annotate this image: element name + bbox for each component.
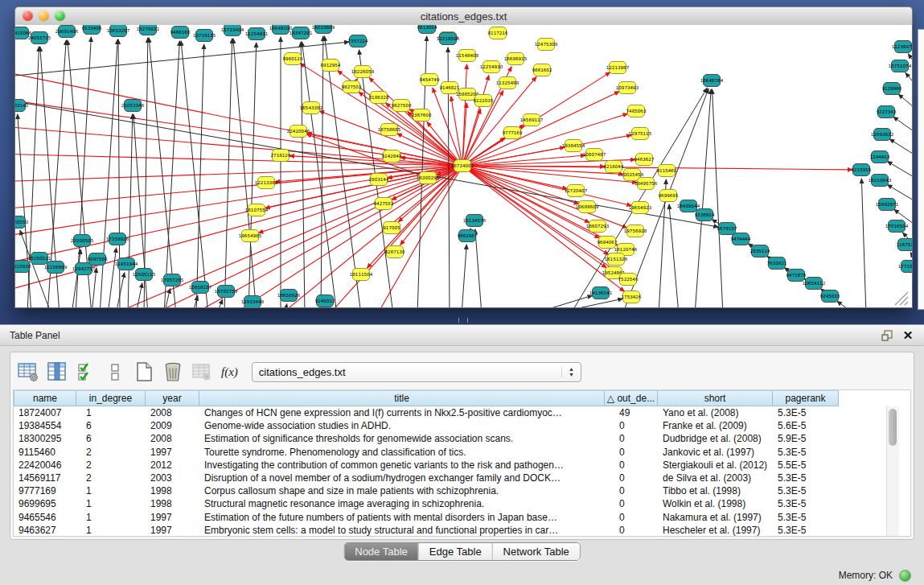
- graph-node[interactable]: 9777169: [503, 127, 523, 139]
- graph-node[interactable]: 9427552: [374, 198, 394, 210]
- graph-node[interactable]: 19756928: [624, 225, 647, 237]
- table-row[interactable]: 1872400712008Changes of HCN gene express…: [14, 406, 910, 419]
- graph-node[interactable]: 9242848: [382, 150, 402, 163]
- graph-node[interactable]: 21053346: [121, 100, 145, 112]
- graph-node[interactable]: 12213987: [606, 62, 630, 74]
- network-view-canvas[interactable]: 1872400789601288912954182260589827503165…: [14, 25, 913, 308]
- graph-node[interactable]: 11548408: [456, 50, 479, 62]
- graph-node[interactable]: 8813054: [417, 25, 437, 34]
- delete-table-button-disabled[interactable]: [191, 361, 212, 383]
- graph-node[interactable]: 9827503: [342, 81, 362, 93]
- table-vertical-scrollbar[interactable]: [886, 406, 899, 536]
- column-header-title[interactable]: title: [199, 390, 605, 406]
- graph-node[interactable]: 25260550: [15, 216, 29, 229]
- graph-node[interactable]: 10688609: [576, 201, 599, 213]
- graph-node[interactable]: 9699695: [659, 190, 679, 202]
- graph-node[interactable]: 2367608: [412, 109, 432, 122]
- function-builder-button[interactable]: f(x): [220, 365, 240, 379]
- graph-node[interactable]: 917005: [383, 222, 400, 234]
- unselect-all-button[interactable]: [104, 361, 125, 383]
- graph-node[interactable]: 6216044: [604, 161, 624, 173]
- graph-node[interactable]: 7357224: [348, 35, 368, 47]
- graph-node[interactable]: 9827508: [392, 100, 412, 112]
- graph-node[interactable]: 10973493: [616, 82, 639, 94]
- graph-node[interactable]: 9245012: [315, 295, 335, 307]
- graph-node[interactable]: 12254930: [480, 61, 503, 73]
- graph-node[interactable]: 8471676: [786, 270, 807, 282]
- table-row[interactable]: 2242004622012Investigating the contribut…: [14, 459, 910, 472]
- table-header-row[interactable]: namein_degreeyeartitle△ out_de...shortpa…: [14, 390, 910, 406]
- graph-node[interactable]: 11156869: [44, 262, 68, 274]
- graph-node[interactable]: 9227343: [877, 106, 897, 118]
- table-row[interactable]: 977716911998Corpus callosum shape and si…: [14, 484, 910, 497]
- graph-node[interactable]: 15992971: [876, 199, 899, 211]
- tab-node-table[interactable]: Node Table: [344, 543, 418, 560]
- graph-node[interactable]: 12218506: [437, 33, 460, 45]
- graph-node[interactable]: 12923448: [241, 296, 265, 308]
- graph-node[interactable]: 7632621: [767, 257, 787, 270]
- select-all-button[interactable]: [75, 361, 97, 383]
- graph-node[interactable]: 12475309: [535, 39, 558, 51]
- table-row[interactable]: 969969511998Structural magnetic resonanc…: [14, 497, 910, 510]
- table-row[interactable]: 946554611997Estimation of the future num…: [14, 511, 910, 524]
- graph-node[interactable]: 18226058: [351, 66, 375, 78]
- table-row[interactable]: 1938455462009Genome-wide association stu…: [14, 419, 910, 432]
- table-mode-button[interactable]: [17, 361, 39, 383]
- column-header-short[interactable]: short: [658, 390, 773, 406]
- table-row[interactable]: 1456911722003Disruption of a novel membe…: [14, 472, 910, 484]
- graph-node[interactable]: 8960128: [283, 53, 303, 65]
- graph-node[interactable]: 8117216: [488, 27, 508, 39]
- graph-node[interactable]: 1244413: [870, 151, 890, 163]
- graph-node[interactable]: 9245033: [820, 290, 840, 303]
- graph-node[interactable]: 11254931: [245, 28, 269, 40]
- graph-node[interactable]: 9466160: [170, 27, 191, 39]
- delete-column-trash-button[interactable]: [162, 361, 183, 383]
- new-column-button[interactable]: [133, 361, 154, 383]
- graph-node[interactable]: 11451944: [115, 258, 138, 270]
- column-header-year[interactable]: year: [146, 390, 199, 406]
- graph-node[interactable]: 19654985: [239, 230, 262, 242]
- graph-node[interactable]: 16151326: [605, 253, 628, 266]
- graph-node[interactable]: 9861602: [532, 64, 552, 76]
- graph-node[interactable]: 20533140: [15, 100, 29, 112]
- graph-node[interactable]: 16648784: [700, 75, 724, 87]
- graph-node[interactable]: 9338924: [695, 209, 715, 221]
- graph-node[interactable]: 10719135: [193, 30, 216, 42]
- graph-node[interactable]: 17359926: [106, 233, 129, 245]
- graph-node[interactable]: 8186328: [369, 92, 389, 104]
- graph-node[interactable]: 17016504: [885, 220, 909, 233]
- graph-node[interactable]: 15751074: [889, 60, 912, 72]
- graph-node[interactable]: 18107554: [245, 204, 269, 216]
- graph-node[interactable]: 8215955: [852, 164, 872, 176]
- network-window-titlebar[interactable]: citations_edges.txt: [14, 6, 913, 26]
- scrollbar-thumb[interactable]: [889, 409, 897, 446]
- citation-network-graph[interactable]: 1872400789601288912954182260589827503165…: [15, 25, 912, 307]
- graph-node[interactable]: 12093832: [871, 129, 893, 141]
- graph-node[interactable]: 10653287: [107, 25, 130, 37]
- canvas-resize-grip[interactable]: [895, 292, 908, 305]
- graph-node[interactable]: 18111504: [350, 269, 373, 281]
- graph-node[interactable]: 9129966: [882, 83, 902, 95]
- graph-node[interactable]: 10654112: [803, 278, 825, 290]
- graph-node[interactable]: 19384554: [562, 140, 585, 152]
- graph-node[interactable]: 1167533: [897, 239, 912, 251]
- table-row[interactable]: 946362711997Embryonic stem cells: a mode…: [14, 524, 910, 537]
- graph-node[interactable]: 16210643: [869, 175, 892, 187]
- graph-nodes[interactable]: 1872400789601288912954182260589827503165…: [15, 25, 912, 307]
- graph-node[interactable]: 8454749: [420, 74, 440, 86]
- graph-node[interactable]: 11325488: [496, 77, 519, 89]
- graph-node[interactable]: 16543382: [300, 102, 322, 114]
- close-window-button[interactable]: [23, 10, 33, 21]
- graph-node[interactable]: 8912954: [321, 60, 341, 72]
- graph-node[interactable]: 18758685: [378, 124, 401, 136]
- graph-node[interactable]: 12975115: [629, 128, 652, 140]
- graph-node[interactable]: 15723404: [221, 25, 244, 36]
- graph-node[interactable]: 22420046: [287, 126, 310, 138]
- panel-split-handle[interactable]: [458, 318, 468, 323]
- graph-node[interactable]: 10807487: [583, 149, 606, 161]
- graph-node[interactable]: 9862967: [458, 230, 478, 242]
- tab-network-table[interactable]: Network Table: [492, 543, 580, 560]
- zoom-window-button[interactable]: [55, 10, 65, 21]
- table-select-dropdown[interactable]: citations_edges.txt ▲▼: [252, 362, 581, 382]
- graph-node[interactable]: 16696915: [504, 53, 528, 65]
